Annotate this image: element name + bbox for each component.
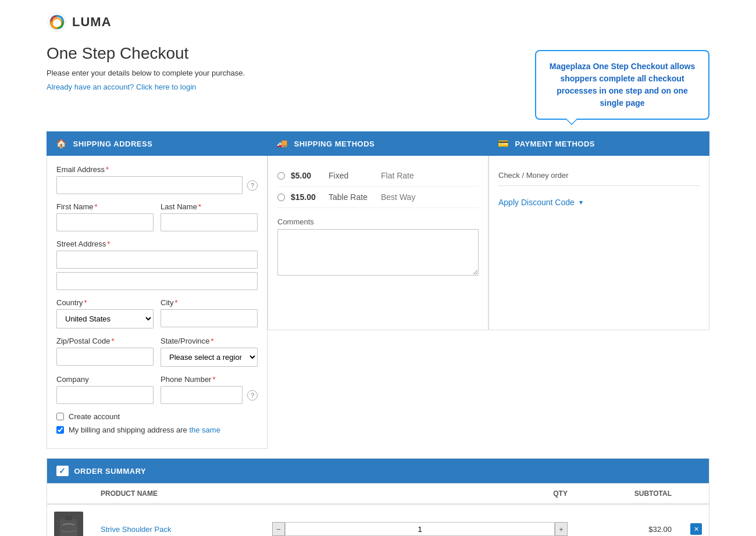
- checkbox-icon: ✓: [56, 466, 69, 476]
- billing-same-checkbox[interactable]: [56, 426, 64, 434]
- remove-item-button[interactable]: ✕: [690, 523, 702, 535]
- col-qty: QTY: [265, 484, 575, 505]
- card-icon: 💳: [498, 138, 509, 149]
- table-row: Strive Shoulder Pack − + $32.00 ✕: [47, 504, 709, 536]
- first-name-input[interactable]: [56, 213, 154, 231]
- page-subtitle: Please enter your details below to compl…: [47, 69, 512, 77]
- shipping-methods-body: $5.00 Fixed Flat Rate $15.00 Table Rate …: [268, 156, 488, 330]
- order-summary-header: ✓ ORDER SUMMARY: [47, 459, 709, 483]
- home-icon: 🏠: [56, 138, 67, 149]
- qty-cell: − +: [265, 504, 575, 536]
- remove-cell: ✕: [679, 504, 709, 536]
- shipping-radio-table[interactable]: [277, 194, 285, 201]
- street-input-2[interactable]: [56, 272, 258, 290]
- shipping-type-table: Table Rate: [329, 192, 375, 202]
- col-subtotal: SUBTOTAL: [575, 484, 679, 505]
- billing-same-group: My billing and shipping address are the …: [56, 426, 258, 434]
- subtotal-cell: $32.00: [575, 504, 679, 536]
- col-image: [47, 484, 94, 505]
- company-label: Company: [56, 375, 154, 384]
- shipping-price-table: $15.00: [291, 192, 323, 202]
- payment-methods-header: 💳 PAYMENT METHODS: [488, 131, 709, 156]
- qty-input[interactable]: [285, 522, 555, 536]
- country-label: Country*: [56, 298, 154, 307]
- product-image-cell: [47, 504, 94, 536]
- shipping-address-body: Email Address* ? First Name*: [47, 156, 268, 449]
- discount-label: Apply Discount Code: [498, 198, 575, 207]
- shipping-price-flat: $5.00: [291, 171, 323, 180]
- shipping-name-table: Best Way: [381, 192, 415, 202]
- first-name-label: First Name*: [56, 202, 154, 211]
- order-table: PRODUCT NAME QTY SUBTOTAL: [47, 483, 709, 536]
- payment-methods-body: Check / Money order Apply Discount Code …: [488, 156, 709, 330]
- phone-input[interactable]: [161, 386, 243, 404]
- last-name-input[interactable]: [161, 213, 258, 231]
- phone-help-icon[interactable]: ?: [247, 390, 258, 401]
- product-thumb: [54, 512, 83, 536]
- last-name-label: Last Name*: [161, 202, 258, 211]
- payment-option-check: Check / Money order: [498, 165, 700, 186]
- shipping-radio-flat[interactable]: [277, 172, 285, 180]
- page-title: One Step Checkout: [47, 44, 512, 63]
- zip-input[interactable]: [56, 348, 154, 366]
- company-input[interactable]: [56, 386, 154, 404]
- qty-control: − +: [272, 522, 568, 536]
- product-name-link[interactable]: Strive Shoulder Pack: [101, 525, 171, 534]
- comments-textarea[interactable]: [277, 229, 479, 276]
- shipping-option-table: $15.00 Table Rate Best Way: [277, 187, 479, 208]
- phone-label: Phone Number*: [161, 375, 258, 384]
- discount-toggle[interactable]: Apply Discount Code ▾: [498, 198, 700, 207]
- chevron-down-icon: ▾: [579, 198, 583, 206]
- col-remove: [679, 484, 709, 505]
- state-label: State/Province*: [161, 337, 258, 345]
- shipping-methods-header: 🚚 SHIPPING METHODS: [268, 131, 488, 156]
- tooltip-bubble: Mageplaza One Step Checkout allows shopp…: [535, 50, 709, 120]
- email-label: Email Address*: [56, 165, 258, 174]
- create-account-group: Create account: [56, 412, 258, 421]
- street-label: Street Address*: [56, 240, 258, 248]
- svg-rect-1: [60, 519, 77, 536]
- truck-icon: 🚚: [277, 138, 288, 149]
- email-help-icon[interactable]: ?: [247, 180, 258, 191]
- svg-rect-2: [65, 516, 72, 520]
- shipping-address-header: 🏠 SHIPPING ADDRESS: [47, 131, 268, 156]
- qty-increase-button[interactable]: +: [555, 522, 568, 536]
- country-select[interactable]: United States: [56, 309, 154, 328]
- create-account-label[interactable]: Create account: [69, 412, 120, 421]
- billing-same-label: My billing and shipping address are the …: [69, 426, 220, 434]
- qty-decrease-button[interactable]: −: [272, 522, 285, 536]
- product-name-cell: Strive Shoulder Pack: [94, 504, 265, 536]
- shipping-type-flat: Fixed: [329, 171, 375, 180]
- city-label: City*: [161, 298, 258, 307]
- city-input[interactable]: [161, 309, 258, 327]
- zip-label: Zip/Postal Code*: [56, 337, 154, 345]
- create-account-checkbox[interactable]: [56, 413, 64, 420]
- luma-logo: [47, 12, 67, 33]
- state-select[interactable]: Please select a region: [161, 348, 258, 367]
- shipping-name-flat: Flat Rate: [381, 171, 414, 180]
- col-product-name: PRODUCT NAME: [94, 484, 265, 505]
- shipping-option-flat: $5.00 Fixed Flat Rate: [277, 165, 479, 187]
- street-input-1[interactable]: [56, 251, 258, 269]
- logo-text: LUMA: [72, 15, 112, 30]
- comments-label: Comments: [277, 217, 479, 226]
- login-link[interactable]: Already have an account? Click here to l…: [47, 83, 196, 91]
- order-summary-section: ✓ ORDER SUMMARY PRODUCT NAME QTY SUBTOTA…: [47, 458, 709, 536]
- email-input[interactable]: [56, 176, 243, 194]
